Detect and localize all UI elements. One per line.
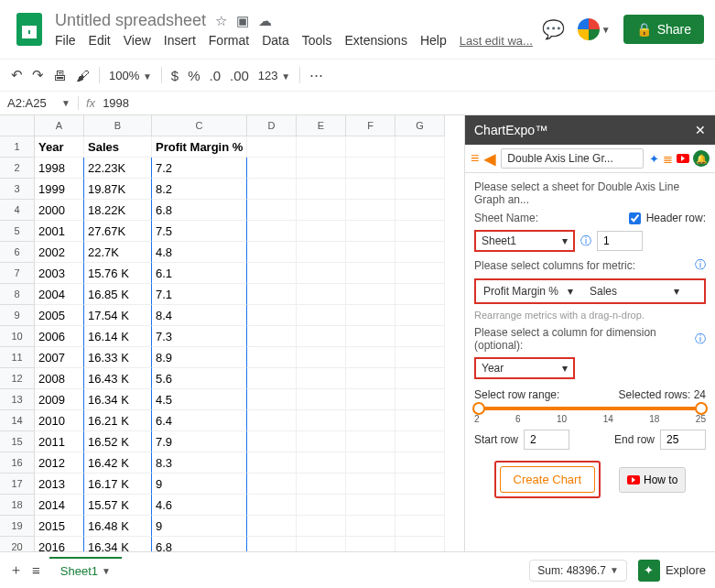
cell[interactable] — [395, 410, 445, 431]
start-row-input[interactable] — [524, 430, 569, 450]
menu-file[interactable]: File — [55, 33, 76, 48]
cell[interactable] — [297, 474, 346, 495]
all-sheets-icon[interactable]: ≡ — [32, 562, 40, 578]
spreadsheet-grid[interactable]: A B C D E F G 1YearSalesProfit Margin %2… — [0, 115, 464, 551]
cell[interactable]: 2001 — [35, 221, 84, 242]
cell[interactable] — [395, 221, 445, 242]
bell-icon[interactable]: 🔔 — [693, 150, 710, 167]
cell[interactable] — [395, 326, 445, 347]
cell[interactable] — [395, 452, 445, 474]
cell[interactable] — [346, 158, 395, 179]
row-header[interactable]: 5 — [0, 221, 35, 242]
cell[interactable]: 2006 — [35, 326, 84, 347]
cell[interactable] — [297, 347, 346, 368]
cell[interactable] — [346, 305, 395, 326]
cell[interactable]: 4.6 — [152, 495, 247, 516]
cell[interactable]: 4.8 — [152, 242, 247, 263]
cell[interactable]: 2011 — [35, 431, 84, 452]
explore-icon[interactable]: ✦ — [638, 560, 660, 582]
cell[interactable]: 2012 — [35, 452, 84, 474]
cell[interactable]: 16.48 K — [84, 516, 152, 537]
wand-icon[interactable]: ✦ — [649, 152, 659, 166]
cell[interactable]: 16.34 K — [84, 537, 152, 551]
cell[interactable] — [247, 158, 297, 179]
select-all-corner[interactable] — [0, 115, 35, 136]
cell[interactable] — [346, 347, 395, 368]
row-header[interactable]: 12 — [0, 368, 35, 389]
cell[interactable]: 2009 — [35, 389, 84, 410]
cell[interactable] — [395, 347, 445, 368]
cell[interactable]: 7.1 — [152, 284, 247, 305]
row-header[interactable]: 4 — [0, 200, 35, 221]
undo-icon[interactable]: ↶ — [11, 67, 23, 83]
cloud-icon[interactable]: ☁ — [258, 13, 272, 29]
back-icon[interactable]: ◀ — [484, 150, 495, 168]
row-header[interactable]: 14 — [0, 410, 35, 431]
sum-indicator[interactable]: Sum: 48396.7▼ — [529, 560, 627, 582]
breadcrumb[interactable]: Double Axis Line Gr... — [501, 148, 644, 169]
cell[interactable] — [247, 452, 297, 474]
cell[interactable] — [395, 200, 445, 221]
number-format-select[interactable]: 123 ▼ — [258, 69, 290, 82]
cell[interactable] — [247, 474, 297, 495]
cell[interactable] — [247, 516, 297, 537]
cell[interactable]: 2013 — [35, 474, 84, 495]
cell[interactable] — [247, 431, 297, 452]
cell[interactable] — [247, 389, 297, 410]
cell[interactable] — [297, 305, 346, 326]
cell[interactable]: 1999 — [35, 179, 84, 200]
header-row-input[interactable] — [597, 231, 643, 251]
row-header[interactable]: 10 — [0, 326, 35, 347]
cell[interactable]: 6.8 — [152, 537, 247, 551]
cell[interactable] — [395, 284, 445, 305]
cell[interactable]: 2002 — [35, 242, 84, 263]
cell[interactable]: 19.87K — [84, 179, 152, 200]
cell[interactable] — [395, 389, 445, 410]
share-button[interactable]: 🔒Share — [623, 15, 704, 44]
row-header[interactable]: 11 — [0, 347, 35, 368]
row-header[interactable]: 7 — [0, 263, 35, 284]
cell[interactable]: 16.85 K — [84, 284, 152, 305]
row-header[interactable]: 18 — [0, 495, 35, 516]
cell[interactable]: 16.34 K — [84, 389, 152, 410]
cell[interactable]: 1998 — [35, 158, 84, 179]
add-sheet-icon[interactable]: ＋ — [9, 561, 23, 579]
cell[interactable] — [346, 431, 395, 452]
cell[interactable]: 2008 — [35, 368, 84, 389]
row-header[interactable]: 17 — [0, 474, 35, 495]
col-header[interactable]: F — [346, 115, 395, 136]
close-icon[interactable]: ✕ — [695, 123, 706, 137]
cell[interactable]: 16.14 K — [84, 326, 152, 347]
cell[interactable] — [247, 284, 297, 305]
cell[interactable]: 7.3 — [152, 326, 247, 347]
cell[interactable]: 15.76 K — [84, 263, 152, 284]
cell[interactable]: 9 — [152, 516, 247, 537]
cell[interactable]: 6.1 — [152, 263, 247, 284]
cell[interactable] — [395, 136, 445, 158]
cell[interactable] — [247, 326, 297, 347]
doc-title[interactable]: Untitled spreadsheet — [55, 11, 206, 30]
cell[interactable]: 15.57 K — [84, 495, 152, 516]
cell[interactable]: 22.7K — [84, 242, 152, 263]
cell[interactable]: 27.67K — [84, 221, 152, 242]
menu-help[interactable]: Help — [420, 33, 447, 48]
currency-icon[interactable]: $ — [171, 68, 179, 83]
zoom-select[interactable]: 100% ▼ — [109, 69, 152, 82]
cell[interactable]: 16.21 K — [84, 410, 152, 431]
menu-extensions[interactable]: Extensions — [344, 33, 406, 48]
cell[interactable] — [346, 179, 395, 200]
database-icon[interactable]: ≣ — [663, 152, 673, 166]
cell[interactable] — [297, 263, 346, 284]
cell[interactable]: 2007 — [35, 347, 84, 368]
cell[interactable] — [247, 368, 297, 389]
cell[interactable] — [247, 200, 297, 221]
row-header[interactable]: 20 — [0, 537, 35, 551]
row-header[interactable]: 15 — [0, 431, 35, 452]
create-chart-button[interactable]: Create Chart — [500, 466, 595, 493]
row-header[interactable]: 8 — [0, 284, 35, 305]
cell[interactable]: 2014 — [35, 495, 84, 516]
cell[interactable] — [395, 179, 445, 200]
cell[interactable] — [346, 474, 395, 495]
row-header[interactable]: 16 — [0, 452, 35, 474]
menu-view[interactable]: View — [124, 33, 151, 48]
